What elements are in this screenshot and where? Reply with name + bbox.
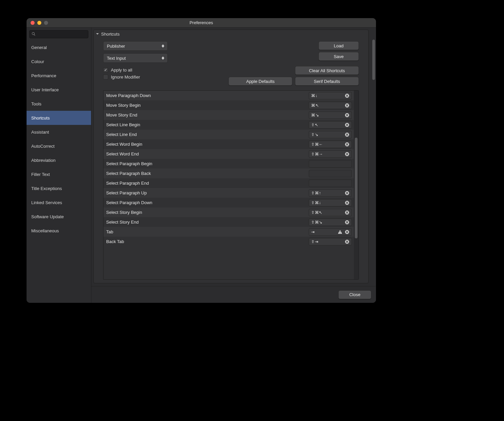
shortcut-row[interactable]: Select Paragraph Back (103, 169, 354, 178)
shortcut-row[interactable]: Select Paragraph End (103, 178, 354, 188)
sidebar-item-general[interactable]: General (27, 40, 91, 54)
clear-shortcut-icon[interactable] (344, 93, 349, 98)
shortcut-input[interactable]: ⇧⌘↖ (309, 209, 352, 216)
shortcut-row[interactable]: Select Word End⇧⌘→ (103, 149, 354, 159)
load-button[interactable]: Load (319, 41, 359, 50)
sidebar-item-label: Tools (31, 101, 41, 106)
list-scrollbar[interactable] (354, 91, 359, 279)
clear-shortcut-icon[interactable] (344, 190, 349, 195)
context-select-value: Text Input (107, 56, 126, 61)
shortcut-row[interactable]: Tab⇥ (103, 227, 354, 237)
shortcut-row[interactable]: Select Paragraph Up⇧⌘↑ (103, 188, 354, 198)
scrollbar-thumb[interactable] (355, 138, 358, 238)
sidebar-item-software-update[interactable]: Software Update (27, 209, 91, 224)
shortcut-input[interactable]: ⇧↘ (309, 131, 352, 138)
window-title: Preferences (27, 20, 376, 25)
shortcut-row[interactable]: Move Story End⌘↘ (103, 110, 354, 120)
clear-shortcut-icon[interactable] (344, 151, 349, 156)
shortcut-input[interactable]: ⇧⌘↓ (309, 199, 352, 206)
shortcut-row[interactable]: Select Paragraph Begin (103, 159, 354, 169)
clear-shortcut-icon[interactable] (344, 200, 349, 205)
sidebar-item-linked-services[interactable]: Linked Services (27, 195, 91, 209)
sidebar-item-assistant[interactable]: Assistant (27, 125, 91, 139)
zoom-window-button[interactable] (44, 21, 48, 25)
sidebar-item-miscellaneous[interactable]: Miscellaneous (27, 224, 91, 238)
preferences-window: Preferences GeneralColourPerformanceUser… (27, 18, 376, 303)
sidebar-item-label: Shortcuts (31, 115, 50, 121)
shortcut-row[interactable]: Select Paragraph Down⇧⌘↓ (103, 198, 354, 207)
shortcut-label: Select Word Begin (106, 142, 306, 147)
shortcut-label: Back Tab (106, 239, 306, 244)
search-input[interactable] (37, 32, 89, 37)
save-button[interactable]: Save (319, 52, 359, 61)
shortcut-input[interactable]: ⇥ (309, 228, 352, 236)
serif-defaults-button[interactable]: Serif Defaults (295, 77, 359, 86)
application-select[interactable]: Publisher (103, 41, 168, 51)
sidebar-item-label: Miscellaneous (31, 228, 59, 233)
shortcut-row[interactable]: Move Story Begin⌘↖ (103, 100, 354, 110)
shortcut-label: Select Story End (106, 220, 306, 225)
shortcut-input[interactable]: ⇧⌘→ (309, 150, 352, 158)
sidebar-item-label: Filler Text (31, 172, 50, 177)
panel-disclosure[interactable]: Shortcuts (94, 30, 368, 38)
sidebar-item-label: Title Exceptions (31, 186, 62, 191)
stepper-icon (161, 44, 165, 48)
shortcut-row[interactable]: Select Line End⇧↘ (103, 130, 354, 139)
clear-shortcut-icon[interactable] (344, 122, 349, 127)
sidebar-item-filler-text[interactable]: Filler Text (27, 167, 91, 181)
shortcut-keys: ⌘↓ (311, 93, 342, 98)
minimize-window-button[interactable] (37, 21, 41, 25)
shortcut-label: Select Paragraph Down (106, 200, 306, 205)
shortcut-label: Select Word End (106, 151, 306, 156)
shortcut-row[interactable]: Select Story End⇧⌘↘ (103, 217, 354, 227)
svg-rect-12 (340, 233, 340, 233)
sidebar: GeneralColourPerformanceUser InterfaceTo… (27, 28, 91, 303)
clear-all-shortcuts-button[interactable]: Clear All Shortcuts (295, 66, 359, 75)
sidebar-item-colour[interactable]: Colour (27, 54, 91, 68)
shortcut-input[interactable]: ⇧↖ (309, 121, 352, 129)
shortcut-input[interactable]: ⌘↓ (309, 92, 352, 99)
shortcut-keys: ⇧⇥ (311, 239, 342, 244)
shortcut-input[interactable]: ⌘↘ (309, 111, 352, 119)
shortcut-row[interactable]: Select Word Begin⇧⌘← (103, 139, 354, 149)
sidebar-item-tools[interactable]: Tools (27, 97, 91, 111)
clear-shortcut-icon[interactable] (344, 220, 349, 225)
shortcut-input[interactable]: ⌘↖ (309, 102, 352, 109)
sidebar-item-shortcuts[interactable]: Shortcuts (27, 111, 91, 125)
shortcut-input[interactable]: ⇧⌘← (309, 141, 352, 148)
shortcut-row[interactable]: Back Tab⇧⇥ (103, 237, 354, 246)
sidebar-item-autocorrect[interactable]: AutoCorrect (27, 139, 91, 153)
clear-shortcut-icon[interactable] (344, 132, 349, 137)
shortcut-input[interactable] (309, 160, 352, 168)
conflict-warning-icon (337, 229, 342, 234)
shortcut-input[interactable] (309, 180, 352, 187)
shortcut-row[interactable]: Select Line Begin⇧↖ (103, 120, 354, 130)
shortcut-row[interactable]: Move Paragraph Down⌘↓ (103, 91, 354, 100)
context-select[interactable]: Text Input (103, 53, 168, 63)
close-button[interactable]: Close (338, 290, 371, 299)
scrollbar-thumb[interactable] (372, 40, 375, 80)
panel-scrollbar[interactable] (371, 28, 376, 286)
shortcuts-panel: Shortcuts Publisher (93, 30, 369, 283)
shortcut-keys: ⇧⌘→ (311, 152, 342, 156)
sidebar-item-performance[interactable]: Performance (27, 68, 91, 83)
clear-shortcut-icon[interactable] (344, 142, 349, 147)
shortcut-input[interactable]: ⇧⌘↘ (309, 219, 352, 226)
clear-shortcut-icon[interactable] (344, 112, 349, 118)
apple-defaults-button[interactable]: Apple Defaults (228, 77, 292, 86)
shortcut-input[interactable] (309, 170, 352, 177)
shortcut-label: Tab (106, 229, 306, 234)
shortcut-input[interactable]: ⇧⇥ (309, 238, 352, 245)
clear-shortcut-icon[interactable] (344, 229, 349, 234)
clear-shortcut-icon[interactable] (344, 239, 349, 244)
shortcut-row[interactable]: Select Story Begin⇧⌘↖ (103, 207, 354, 217)
clear-shortcut-icon[interactable] (344, 210, 349, 215)
sidebar-item-abbreviation[interactable]: Abbreviation (27, 153, 91, 167)
sidebar-item-title-exceptions[interactable]: Title Exceptions (27, 181, 91, 195)
shortcut-input[interactable]: ⇧⌘↑ (309, 189, 352, 197)
shortcut-keys: ⌘↘ (311, 113, 342, 118)
sidebar-item-user-interface[interactable]: User Interface (27, 83, 91, 97)
close-window-button[interactable] (31, 21, 35, 25)
clear-shortcut-icon[interactable] (344, 103, 349, 108)
sidebar-search[interactable] (29, 30, 88, 38)
